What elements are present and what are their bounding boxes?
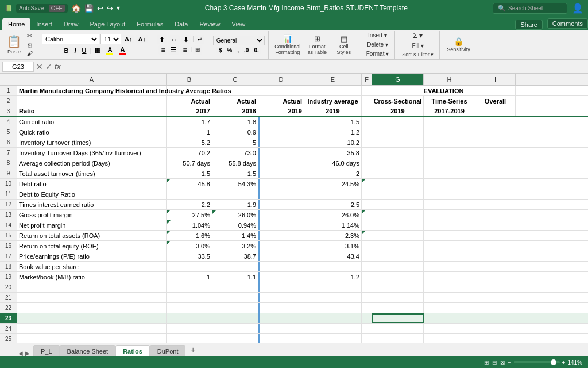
cell-a8[interactable]: Average collection period (Days) — [17, 158, 167, 168]
cell-c16[interactable]: 3.2% — [212, 241, 258, 251]
cell-b23[interactable] — [167, 313, 212, 323]
cell-a7[interactable]: Inventory Turnover Days (365/Inv Turnove… — [17, 148, 167, 158]
cell-h8[interactable] — [424, 158, 475, 168]
align-left-button[interactable]: ≡ — [158, 45, 167, 55]
cell-f20[interactable] — [362, 282, 372, 292]
cell-f21[interactable] — [362, 293, 372, 302]
cell-b22[interactable] — [167, 303, 212, 313]
cell-e8[interactable]: 46.0 days — [304, 158, 362, 168]
cell-g5[interactable] — [372, 127, 424, 137]
decrease-decimal-button[interactable]: 0. — [252, 47, 261, 54]
align-bottom-button[interactable]: ⬇ — [181, 35, 191, 44]
cell-i10[interactable] — [475, 179, 516, 189]
cell-d21[interactable] — [258, 293, 304, 302]
cell-h4[interactable] — [424, 117, 475, 126]
tab-home[interactable]: Home — [2, 18, 30, 30]
cell-f8[interactable] — [362, 158, 372, 168]
cell-b3[interactable]: 2017 — [167, 106, 212, 116]
cell-h16[interactable] — [424, 241, 475, 251]
cell-e21[interactable] — [304, 293, 362, 302]
cell-a18[interactable]: Book value per share — [17, 262, 167, 271]
col-header-g[interactable]: G — [372, 74, 424, 85]
format-painter-button[interactable]: 🖌 — [25, 49, 34, 57]
cell-h13[interactable] — [424, 210, 475, 220]
cell-f3[interactable] — [362, 106, 372, 116]
cell-f4[interactable] — [362, 117, 372, 126]
cell-b5[interactable]: 1 — [167, 127, 212, 137]
cut-button[interactable]: ✂ — [25, 32, 34, 40]
underline-button[interactable]: U — [80, 47, 89, 55]
cell-d3[interactable]: 2019 — [258, 106, 304, 116]
sort-filter-button[interactable]: Sort & Filter ▾ — [400, 51, 436, 59]
col-header-b[interactable]: B — [167, 74, 212, 85]
cell-c10[interactable]: 54.3% — [212, 179, 258, 189]
cell-e12[interactable]: 2.5 — [304, 200, 362, 209]
cell-d10[interactable] — [258, 179, 304, 189]
increase-font-button[interactable]: A↑ — [122, 35, 134, 43]
undo-icon[interactable]: ↩ — [97, 4, 103, 13]
cell-d18[interactable] — [258, 262, 304, 271]
cell-a20[interactable] — [17, 282, 167, 292]
cell-i22[interactable] — [475, 303, 516, 313]
scroll-sheets-right[interactable]: ▶ — [24, 350, 31, 356]
cell-c24[interactable] — [212, 324, 258, 334]
tab-draw[interactable]: Draw — [58, 18, 84, 30]
cell-i11[interactable] — [475, 189, 516, 199]
cell-i2[interactable]: Overall — [475, 96, 516, 106]
cell-f14[interactable] — [362, 220, 372, 230]
cell-b13[interactable]: 27.5% — [167, 210, 212, 220]
cell-b14[interactable]: 1.04% — [167, 220, 212, 230]
cell-e24[interactable] — [304, 324, 362, 334]
cell-a13[interactable]: Gross profit margin — [17, 210, 167, 220]
cell-b9[interactable]: 1.5 — [167, 168, 212, 178]
zoom-control[interactable]: − + 141% — [508, 359, 582, 366]
cell-c22[interactable] — [212, 303, 258, 313]
cell-i8[interactable] — [475, 158, 516, 168]
cell-e3[interactable]: 2019 — [304, 106, 362, 116]
cell-b2[interactable]: Actual — [167, 96, 212, 106]
cell-b20[interactable] — [167, 282, 212, 292]
cell-c6[interactable]: 5 — [212, 137, 258, 147]
cell-i9[interactable] — [475, 168, 516, 178]
format-as-table-button[interactable]: ⊞ Format as Table — [304, 33, 330, 56]
autosave-label[interactable]: AutoSave OFF — [16, 4, 68, 13]
cell-h22[interactable] — [424, 303, 475, 313]
conditional-formatting-button[interactable]: 📊 Conditional Formatting — [273, 33, 302, 56]
cell-e1[interactable] — [304, 86, 362, 95]
cell-c11[interactable] — [212, 189, 258, 199]
cell-h10[interactable] — [424, 179, 475, 189]
cell-d20[interactable] — [258, 282, 304, 292]
cell-d16[interactable] — [258, 241, 304, 251]
cell-a16[interactable]: Return on total equity (ROE) — [17, 241, 167, 251]
cell-a21[interactable] — [17, 293, 167, 302]
cell-c14[interactable]: 0.94% — [212, 220, 258, 230]
cell-g17[interactable] — [372, 251, 424, 261]
cell-a15[interactable]: Return on total assets (ROA) — [17, 231, 167, 240]
sheet-tab-balance-sheet[interactable]: Balance Sheet — [60, 345, 116, 356]
col-header-a[interactable]: A — [17, 74, 167, 85]
fill-color-button[interactable]: A — [104, 45, 115, 56]
cell-d13[interactable] — [258, 210, 304, 220]
cell-h11[interactable] — [424, 189, 475, 199]
cell-i13[interactable] — [475, 210, 516, 220]
cell-e17[interactable]: 43.4 — [304, 251, 362, 261]
align-right-button[interactable]: ≡ — [180, 45, 189, 55]
user-icon[interactable]: 👤 — [572, 3, 583, 14]
cell-f10[interactable] — [362, 179, 372, 189]
tab-insert[interactable]: Insert — [30, 18, 58, 30]
cell-c3[interactable]: 2018 — [212, 106, 258, 116]
cell-f9[interactable] — [362, 168, 372, 178]
bold-button[interactable]: B — [62, 47, 71, 55]
cell-e9[interactable]: 2 — [304, 168, 362, 178]
cell-a10[interactable]: Debt ratio — [17, 179, 167, 189]
cell-i23[interactable] — [475, 313, 516, 323]
comments-button[interactable]: Comments — [547, 18, 588, 29]
search-box[interactable]: 🔍 Search Sheet — [493, 3, 567, 14]
view-page-layout-icon[interactable]: ⊟ — [492, 359, 497, 366]
cell-g1[interactable]: EVALUATION — [372, 86, 516, 95]
cell-g3[interactable]: 2019 — [372, 106, 424, 116]
paste-button[interactable]: 📋 Paste — [5, 33, 24, 56]
cell-a14[interactable]: Net profit margin — [17, 220, 167, 230]
cell-c20[interactable] — [212, 282, 258, 292]
cell-i5[interactable] — [475, 127, 516, 137]
